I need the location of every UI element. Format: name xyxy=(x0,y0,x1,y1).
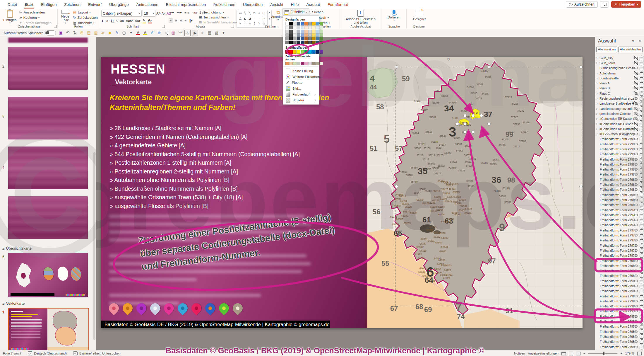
qat-icon[interactable]: A xyxy=(184,30,191,36)
slide-editing-area[interactable]: HESSEN _Vektorkarte Kreieren Sie Ihre ei… xyxy=(101,57,583,328)
freihandform-list-item[interactable]: Freihandform: Form 27974 xyxy=(595,233,644,238)
freihandform-list-item[interactable]: Freihandform: Form 27986 xyxy=(595,172,644,177)
unlock-icon[interactable] xyxy=(640,87,643,90)
hessen-map-image[interactable]: ↻ ↻ 444595855157343379935369856616396555… xyxy=(367,57,583,328)
new-slide-button[interactable]: Neue Folie▾ xyxy=(59,10,72,24)
menu-item[interactable]: Struktur › xyxy=(283,97,319,103)
zoom-slider[interactable] xyxy=(588,353,617,354)
color-swatch[interactable] xyxy=(316,22,319,25)
unlock-icon[interactable] xyxy=(640,214,643,217)
color-swatch-variant[interactable] xyxy=(301,26,304,30)
qat-icon[interactable]: ○ xyxy=(163,30,169,35)
shape-option[interactable]: ◢ xyxy=(247,16,252,21)
unlock-icon[interactable] xyxy=(640,199,643,202)
visibility-eye-icon[interactable] xyxy=(634,253,638,258)
section-button[interactable]: ▦Abschnitt▾ xyxy=(73,21,94,25)
shape-option[interactable]: ○ xyxy=(257,11,261,16)
freihandform-list-item[interactable]: Freihandform: Form 27953 xyxy=(595,339,644,344)
color-swatch-variant[interactable] xyxy=(320,30,323,33)
adobe-pdf-button[interactable]: Adobe PDF erstellen und teilen xyxy=(345,10,376,24)
fit-to-window-icon[interactable] xyxy=(637,352,642,355)
selection-list-item[interactable]: #Gemeinden RB Kassel (Po... xyxy=(595,116,644,121)
decrease-indent-button[interactable]: ⇤≡ xyxy=(184,11,189,15)
color-swatch-variant[interactable] xyxy=(293,41,297,44)
visibility-eye-icon[interactable] xyxy=(634,91,638,96)
expand-chevron-icon[interactable] xyxy=(596,107,600,111)
expand-chevron-icon[interactable] xyxy=(596,76,600,80)
ribbon-tab[interactable]: Zeichnen xyxy=(61,0,84,9)
visibility-eye-icon[interactable] xyxy=(634,112,638,116)
color-swatch[interactable] xyxy=(297,62,300,65)
strike-ab-button[interactable]: ab xyxy=(120,19,124,23)
freihandform-list-item[interactable]: Freihandform: Form 27963 xyxy=(595,289,644,294)
font-size-select[interactable]: 18▾ xyxy=(143,10,155,17)
visibility-eye-icon[interactable] xyxy=(634,137,638,141)
zoom-in-icon[interactable]: + xyxy=(620,352,622,355)
bold-button[interactable]: F xyxy=(102,19,104,23)
freihandform-list-item[interactable]: Freihandform: Form 27956 xyxy=(595,324,644,329)
display-settings-button[interactable]: Anzeigeeinstellungen xyxy=(528,352,559,355)
comments-button[interactable] xyxy=(600,1,609,8)
visibility-eye-icon[interactable] xyxy=(634,71,638,75)
color-swatch-variant[interactable] xyxy=(316,26,319,30)
color-swatch[interactable] xyxy=(297,22,300,25)
color-swatch-variant[interactable] xyxy=(301,30,304,33)
share-button[interactable]: ↗Freigeben▾ xyxy=(611,1,641,8)
qat-icon[interactable]: ▤ xyxy=(86,30,92,35)
qat-icon[interactable]: ⊕ xyxy=(156,30,162,35)
color-swatch[interactable] xyxy=(308,62,312,65)
qat-icon[interactable]: A xyxy=(142,30,148,35)
qat-icon[interactable]: ✐ xyxy=(149,30,155,35)
color-swatch[interactable] xyxy=(285,50,289,54)
visibility-eye-icon[interactable] xyxy=(634,101,638,105)
visibility-eye-icon[interactable] xyxy=(634,193,638,197)
unlock-icon[interactable] xyxy=(640,295,643,298)
freihandform-list-item[interactable]: Freihandform: Form 27954 xyxy=(595,334,644,339)
show-all-button[interactable]: Alle anzeigen xyxy=(596,47,617,52)
freihandform-list-item[interactable]: Freihandform: Form 27978 xyxy=(595,212,644,217)
section-header-uebersichtskarte[interactable]: ◢Übersichtskarte xyxy=(2,246,32,251)
freihandform-list-item[interactable]: Freihandform: Form 27993 xyxy=(595,137,644,142)
freihandform-list-item[interactable]: Freihandform: Form 27952 xyxy=(595,344,644,349)
color-swatch[interactable] xyxy=(293,22,297,25)
visibility-eye-icon[interactable] xyxy=(634,152,638,156)
color-swatch-variant[interactable] xyxy=(312,37,316,40)
selection-list-item[interactable]: Fluss C xyxy=(595,91,644,96)
color-swatch[interactable] xyxy=(289,22,293,25)
freihandform-list-item[interactable]: Freihandform: Form 27967 xyxy=(595,268,644,273)
slide-thumbnail-partial[interactable] xyxy=(8,38,88,43)
accessibility-icon[interactable] xyxy=(73,351,78,355)
color-swatch-variant[interactable] xyxy=(304,37,308,40)
color-swatch-variant[interactable] xyxy=(316,30,319,33)
thumbnail-scrollbar[interactable] xyxy=(93,152,95,340)
color-swatch[interactable] xyxy=(285,22,289,25)
unlock-icon[interactable] xyxy=(640,341,643,344)
color-swatch[interactable] xyxy=(320,50,323,54)
unlock-icon[interactable] xyxy=(640,239,643,242)
unlock-icon[interactable] xyxy=(640,72,643,75)
change-case-button[interactable]: Aa▾ xyxy=(135,19,141,23)
menu-item[interactable]: Weitere Füllfarben... xyxy=(283,74,319,80)
selection-list-item[interactable]: Fluss B xyxy=(595,86,644,91)
shape-option[interactable]: ◣ xyxy=(243,16,247,21)
color-swatch-variant[interactable] xyxy=(312,30,316,33)
visibility-eye-icon[interactable] xyxy=(634,294,638,298)
color-swatch[interactable] xyxy=(312,22,316,25)
normal-view-icon[interactable] xyxy=(561,352,566,355)
menu-item[interactable]: Keine Füllung xyxy=(283,68,319,74)
spellcheck-icon[interactable] xyxy=(28,351,32,355)
color-swatch-variant[interactable] xyxy=(301,33,304,37)
color-swatch-variant[interactable] xyxy=(285,26,289,30)
color-swatch[interactable] xyxy=(293,50,297,54)
visibility-eye-icon[interactable] xyxy=(634,233,638,237)
slide-thumbnail-7-selected[interactable] xyxy=(8,308,89,350)
visibility-eye-icon[interactable] xyxy=(634,162,638,166)
clipboard-dialog-launcher[interactable] xyxy=(54,25,56,28)
qat-icon[interactable]: ▢ xyxy=(121,30,127,35)
selection-list-item[interactable]: Autobahnen xyxy=(595,71,644,76)
format-painter-button[interactable]: ✦Format übertragen xyxy=(19,21,52,25)
freihandform-list-item[interactable]: Freihandform: Form 27989 xyxy=(595,157,644,162)
visibility-eye-icon[interactable] xyxy=(634,304,638,308)
rotate-handle-icon[interactable]: ↻ xyxy=(447,57,450,62)
numbered-list-button[interactable]: ≕▾ xyxy=(177,11,182,15)
